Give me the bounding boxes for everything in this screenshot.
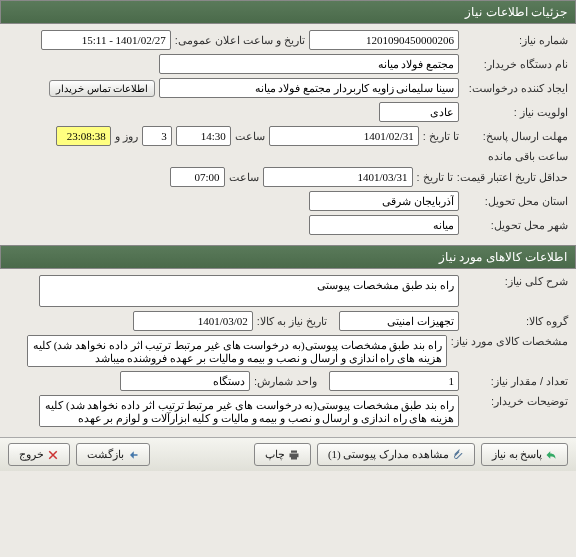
- input-deadline-time[interactable]: [176, 126, 231, 146]
- textarea-item-spec[interactable]: [27, 335, 447, 367]
- input-time-remaining: [56, 126, 111, 146]
- label-item-spec: مشخصات کالای مورد نیاز:: [451, 335, 568, 348]
- label-need-date: تاریخ نیاز به کالا:: [257, 315, 327, 328]
- reply-icon: [545, 449, 557, 461]
- label-to-date-2: تا تاریخ :: [417, 171, 453, 184]
- button-reply[interactable]: پاسخ به نیاز: [481, 443, 568, 466]
- label-days: روز و: [115, 130, 138, 143]
- button-exit[interactable]: خروج: [8, 443, 70, 466]
- print-icon: [288, 449, 300, 461]
- textarea-buyer-notes[interactable]: [39, 395, 459, 427]
- form-goods: شرح کلی نیاز: گروه کالا: تاریخ نیاز به ک…: [0, 269, 576, 437]
- input-need-no[interactable]: [309, 30, 459, 50]
- label-need-no: شماره نیاز:: [463, 34, 568, 47]
- exit-icon: [47, 449, 59, 461]
- input-days-remaining[interactable]: [142, 126, 172, 146]
- label-announce: تاریخ و ساعت اعلان عمومی:: [175, 34, 305, 47]
- input-deadline-date[interactable]: [269, 126, 419, 146]
- label-price-valid: حداقل تاریخ اعتبار قیمت:: [457, 171, 568, 184]
- back-icon: [127, 449, 139, 461]
- button-back[interactable]: بازگشت: [76, 443, 150, 466]
- button-print-label: چاپ: [265, 448, 285, 460]
- input-buyer[interactable]: [159, 54, 459, 74]
- button-contact-buyer[interactable]: اطلاعات تماس خریدار: [49, 80, 155, 97]
- button-print[interactable]: چاپ: [254, 443, 311, 466]
- input-price-valid-date[interactable]: [263, 167, 413, 187]
- input-province[interactable]: [309, 191, 459, 211]
- label-time-2: ساعت: [229, 171, 259, 184]
- input-qty[interactable]: [329, 371, 459, 391]
- section-header-goods: اطلاعات کالاهای مورد نیاز: [0, 245, 576, 269]
- label-creator: ایجاد کننده درخواست:: [463, 82, 568, 95]
- input-need-date[interactable]: [133, 311, 253, 331]
- input-priority[interactable]: [379, 102, 459, 122]
- label-priority: اولویت نیاز :: [463, 106, 568, 119]
- section-header-need-details: جزئیات اطلاعات نیاز: [0, 0, 576, 24]
- label-province: استان محل تحویل:: [463, 195, 568, 208]
- label-overview: شرح کلی نیاز:: [463, 275, 568, 288]
- input-unit[interactable]: [120, 371, 250, 391]
- button-attachments-label: مشاهده مدارک پیوستی (1): [328, 448, 449, 460]
- button-back-label: بازگشت: [87, 448, 124, 460]
- footer-toolbar: پاسخ به نیاز مشاهده مدارک پیوستی (1) چاپ…: [0, 437, 576, 471]
- label-time-1: ساعت: [235, 130, 265, 143]
- label-qty: تعداد / مقدار نیاز:: [463, 375, 568, 388]
- button-attachments[interactable]: مشاهده مدارک پیوستی (1): [317, 443, 475, 466]
- label-deadline-reply: مهلت ارسال پاسخ:: [463, 130, 568, 143]
- label-to-date-1: تا تاریخ :: [423, 130, 459, 143]
- button-reply-label: پاسخ به نیاز: [492, 448, 543, 460]
- textarea-overview[interactable]: [39, 275, 459, 307]
- form-need-details: شماره نیاز: تاریخ و ساعت اعلان عمومی: نا…: [0, 24, 576, 245]
- input-price-valid-time[interactable]: [170, 167, 225, 187]
- label-buyer: نام دستگاه خریدار:: [463, 58, 568, 71]
- label-group: گروه کالا:: [463, 315, 568, 328]
- button-exit-label: خروج: [19, 448, 44, 460]
- label-remaining: ساعت باقی مانده: [488, 150, 568, 163]
- label-buyer-notes: توضیحات خریدار:: [463, 395, 568, 408]
- input-city[interactable]: [309, 215, 459, 235]
- input-creator[interactable]: [159, 78, 459, 98]
- label-city: شهر محل تحویل:: [463, 219, 568, 232]
- input-group[interactable]: [339, 311, 459, 331]
- input-announce[interactable]: [41, 30, 171, 50]
- label-unit: واحد شمارش:: [254, 375, 317, 388]
- attachment-icon: [452, 449, 464, 461]
